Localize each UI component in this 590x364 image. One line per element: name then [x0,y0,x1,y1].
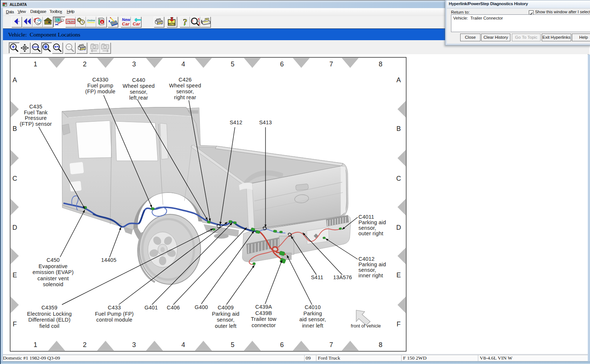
svg-text:D: D [13,224,17,231]
svg-text:inner right: inner right [358,273,383,278]
svg-text:Car: Car [122,21,130,27]
svg-text:field coil: field coil [39,323,59,329]
svg-text:7520: 7520 [67,20,74,24]
svg-text:F: F [397,320,401,328]
svg-text:B: B [13,125,17,132]
svg-text:C: C [396,175,401,182]
svg-text:Pressure: Pressure [25,115,47,121]
svg-text:G400: G400 [195,304,208,310]
svg-text:C406: C406 [167,305,180,311]
svg-text:sensor,: sensor, [358,225,376,231]
svg-text:aid sensor,: aid sensor, [299,316,326,322]
svg-text:Fuel pump: Fuel pump [87,83,113,89]
svg-text:C: C [13,175,17,182]
svg-text:C426: C426 [178,77,191,83]
svg-text:7: 7 [329,60,333,68]
svg-text:Fuel Pump (FP): Fuel Pump (FP) [95,311,133,317]
svg-text:Parking aid: Parking aid [358,261,386,267]
svg-text:(FTP) sensor: (FTP) sensor [20,121,52,127]
svg-text:5: 5 [231,60,235,68]
svg-text:1: 1 [34,341,37,349]
svg-text:Car: Car [132,21,140,27]
svg-text:E: E [396,271,401,279]
svg-text:A: A [396,76,401,84]
svg-text:A: A [13,76,17,84]
svg-text:E: E [13,271,17,279]
svg-text:emission (EVAP): emission (EVAP) [32,269,74,275]
svg-text:Evaporative: Evaporative [39,263,68,269]
svg-text:B: B [396,125,401,132]
svg-text:outer right: outer right [358,230,384,236]
svg-text:7: 7 [329,341,333,349]
svg-text:front of vehicle: front of vehicle [351,323,381,329]
svg-text:canister vent: canister vent [38,275,69,281]
svg-text:Wheel speed: Wheel speed [169,83,201,89]
svg-text:3: 3 [132,341,136,349]
svg-text:(FP) module: (FP) module [85,89,115,94]
svg-text:6: 6 [280,341,284,349]
svg-text:C4012: C4012 [358,256,375,262]
svg-text:sensor,: sensor, [130,89,148,95]
svg-text:8: 8 [379,60,382,68]
svg-text:right rear: right rear [174,94,196,100]
svg-text:C439A: C439A [255,304,272,310]
svg-text:Fuel Tank: Fuel Tank [24,110,48,115]
svg-text:4: 4 [181,341,185,349]
svg-text:C433: C433 [108,305,121,311]
svg-text:C4359: C4359 [41,305,58,311]
svg-text:FAX: FAX [206,19,208,20]
svg-text:Online: Online [87,19,95,22]
svg-text:D: D [396,224,401,231]
svg-text:left rear: left rear [129,95,148,101]
svg-text:100%: 100% [32,45,39,49]
svg-text:C4010: C4010 [305,304,321,310]
svg-text:solenoid: solenoid [43,281,63,287]
svg-text:C435: C435 [29,104,42,110]
svg-text:Differential (ELD): Differential (ELD) [28,317,71,323]
svg-text:NOTE: NOTE [168,22,175,25]
svg-text:?: ? [183,17,187,27]
svg-text:13A576: 13A576 [333,274,352,280]
svg-text:Trailer tow: Trailer tow [251,316,277,322]
svg-text:14405: 14405 [101,257,116,263]
svg-text:Parking: Parking [303,311,322,316]
svg-text:4: 4 [181,60,185,68]
svg-text:5: 5 [231,341,235,349]
svg-text:Electronic Locking: Electronic Locking [27,311,72,317]
svg-text:S412: S412 [230,119,243,125]
svg-text:connector: connector [251,322,275,328]
svg-text:C450: C450 [46,257,59,263]
svg-text:S411: S411 [311,274,323,280]
svg-text:F: F [13,320,17,328]
svg-text:sensor,: sensor, [217,317,235,323]
svg-text:8: 8 [379,341,382,349]
svg-text:Parking aid: Parking aid [212,311,240,317]
svg-text:outer left: outer left [215,323,236,329]
svg-text:2: 2 [83,60,87,68]
svg-text:2: 2 [83,341,87,349]
svg-text:C4330: C4330 [92,77,108,83]
svg-text:1: 1 [34,60,37,68]
svg-text:a: a [101,21,103,23]
svg-text:C440: C440 [132,77,145,83]
svg-text:Wheel speed: Wheel speed [123,83,155,89]
svg-text:G401: G401 [145,305,158,311]
svg-text:3: 3 [132,60,136,68]
svg-text:C4009: C4009 [218,305,234,311]
svg-text:6: 6 [280,60,284,68]
svg-text:sensor,: sensor, [358,267,376,273]
svg-text:S413: S413 [259,119,272,125]
svg-text:C4011: C4011 [358,214,374,220]
svg-text:Parking aid: Parking aid [358,219,386,225]
svg-text:inner left: inner left [302,323,323,329]
svg-text:C439B: C439B [255,310,272,316]
svg-text:control module: control module [96,317,132,323]
svg-text:sensor,: sensor, [176,89,194,94]
